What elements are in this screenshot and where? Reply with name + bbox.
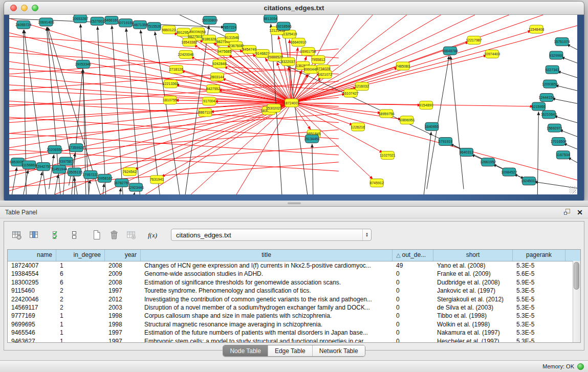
graph-node[interactable]: 15751074 xyxy=(554,38,570,46)
graph-node[interactable]: 10653287 xyxy=(72,15,88,23)
graph-node[interactable]: 1167534 xyxy=(556,151,570,159)
graph-node[interactable]: 15134451 xyxy=(304,135,320,143)
column-header-short[interactable]: short xyxy=(433,250,513,261)
tab-network-table[interactable]: Network Table xyxy=(312,345,365,356)
table-row[interactable]: 969969511998Structural magnetic resonanc… xyxy=(8,320,580,329)
cell-out_degree[interactable]: 0 xyxy=(393,337,433,343)
cell-title[interactable]: Tourette syndrome. Phenomenology and cla… xyxy=(141,287,393,295)
graph-node[interactable]: 16033809 xyxy=(202,16,217,25)
graph-node[interactable]: 7955812 xyxy=(311,55,325,63)
column-header-title[interactable]: title xyxy=(141,250,393,261)
graph-node[interactable]: 12093852 xyxy=(542,80,558,88)
cell-name[interactable]: 9465546 xyxy=(8,329,56,337)
table-scrollbar[interactable] xyxy=(573,261,580,342)
cell-out_degree[interactable]: 0 xyxy=(393,287,433,295)
cell-title[interactable]: Estimation of significance thresholds fo… xyxy=(141,278,393,287)
graph-node[interactable]: 7485083 xyxy=(396,62,410,70)
graph-node[interactable]: 1226216 xyxy=(351,123,365,131)
cell-name[interactable]: 14569117 xyxy=(8,303,56,312)
cell-short[interactable]: Stergiakouli et al. (2012) xyxy=(433,295,513,303)
cell-name[interactable]: 9699695 xyxy=(8,320,56,329)
scrollbar-thumb[interactable] xyxy=(574,262,579,290)
graph-node[interactable]: 2803144 xyxy=(210,73,224,81)
graph-node[interactable]: 11156863 xyxy=(21,161,37,169)
graph-edge[interactable] xyxy=(80,24,89,194)
cell-short[interactable]: Wolkin et al. (1998) xyxy=(433,320,513,329)
graph-node[interactable]: 22420046 xyxy=(178,51,194,59)
cell-in_degree[interactable]: 1 xyxy=(56,312,105,320)
cell-year[interactable]: 2003 xyxy=(105,303,141,312)
cell-title[interactable]: Embryonic stem cells: a model to study s… xyxy=(141,337,393,343)
zoom-window-button[interactable] xyxy=(32,5,38,11)
graph-edge[interactable] xyxy=(563,143,577,151)
graph-node[interactable]: 8990448 xyxy=(304,65,318,74)
delete-columns-icon[interactable] xyxy=(106,227,122,243)
graph-node[interactable]: 9860123 xyxy=(162,26,176,34)
cell-pagerank[interactable]: 5.3E-5 xyxy=(513,320,565,329)
cell-in_degree[interactable]: 6 xyxy=(56,270,105,278)
graph-node[interactable]: 14671355 xyxy=(132,20,148,29)
graph-edge[interactable] xyxy=(155,32,180,194)
cell-short[interactable]: Tibbo et al. (1998) xyxy=(433,312,513,320)
cell-pagerank[interactable]: 5.3E-5 xyxy=(513,287,565,295)
graph-edge[interactable] xyxy=(141,30,160,194)
table-row[interactable]: 946554611997Estimation of the future num… xyxy=(8,329,580,337)
cell-title[interactable]: Genome-wide association studies in ADHD. xyxy=(141,270,393,278)
graph-edge[interactable] xyxy=(537,112,538,194)
graph-node[interactable]: 6791919 xyxy=(439,138,452,146)
graph-node[interactable]: 16640910 xyxy=(290,38,306,46)
graph-edge[interactable] xyxy=(557,71,577,79)
cell-name[interactable]: 9115460 xyxy=(8,287,56,295)
graph-node[interactable]: 10958167 xyxy=(97,174,113,182)
cell-name[interactable]: 18724007 xyxy=(8,261,56,270)
graph-node[interactable]: 7857224 xyxy=(223,24,236,32)
graph-node[interactable]: 24055724 xyxy=(15,20,31,29)
memory-status[interactable]: Memory: OK xyxy=(542,363,584,370)
show-columns-icon[interactable] xyxy=(27,227,42,243)
cell-year[interactable]: 2012 xyxy=(105,295,141,303)
cell-year[interactable]: 1998 xyxy=(105,312,141,320)
cell-pagerank[interactable]: 5.3E-5 xyxy=(513,337,565,343)
cell-name[interactable]: 22420046 xyxy=(8,295,56,303)
cell-in_degree[interactable]: 1 xyxy=(56,329,105,337)
table-row[interactable]: 2242004622012Investigating the contribut… xyxy=(8,295,580,303)
cell-pagerank[interactable]: 5.3E-5 xyxy=(513,312,565,320)
graph-node[interactable]: 15302021 xyxy=(266,104,282,112)
table-row[interactable]: 1830029562008Estimation of significance … xyxy=(8,278,580,287)
graph-node[interactable]: 10974403 xyxy=(484,50,500,58)
graph-edge[interactable] xyxy=(555,85,577,92)
cell-title[interactable]: Investigating the contribution of common… xyxy=(141,295,393,303)
table-row[interactable]: 911546021997Tourette syndrome. Phenomeno… xyxy=(8,287,580,295)
cell-pagerank[interactable]: 5.6E-5 xyxy=(513,270,565,278)
graph-node[interactable]: 13505135 xyxy=(67,168,82,176)
graph-node[interactable]: 12942757 xyxy=(35,163,51,171)
cell-title[interactable]: Changes of HCN gene expression and I(f) … xyxy=(141,261,393,270)
table-select-dropdown[interactable]: citations_edges.txt ▲▼ xyxy=(171,229,372,241)
graph-node[interactable]: 1621072 xyxy=(318,70,332,78)
cell-title[interactable]: Structural magnetic resonance image aver… xyxy=(141,320,393,329)
graph-node[interactable]: 9329966 xyxy=(549,51,563,59)
graph-node[interactable]: 12213363 xyxy=(163,80,179,88)
cell-in_degree[interactable]: 1 xyxy=(56,337,105,343)
graph-node[interactable]: 8322037 xyxy=(281,57,295,65)
cell-out_degree[interactable]: 0 xyxy=(393,329,433,337)
graph-node[interactable]: 17359924 xyxy=(68,144,84,152)
graph-node[interactable]: 8186328 xyxy=(202,35,216,43)
graph-node[interactable]: 18959756 xyxy=(378,110,394,118)
cell-year[interactable]: 2008 xyxy=(105,278,141,287)
function-builder-icon[interactable]: f(x) xyxy=(146,227,162,243)
cell-year[interactable]: 1998 xyxy=(105,320,141,329)
close-window-button[interactable] xyxy=(10,5,17,11)
cell-pagerank[interactable]: 5.3E-5 xyxy=(513,303,565,312)
graph-node[interactable]: 9227343 xyxy=(546,65,559,74)
select-columns-icon[interactable] xyxy=(49,227,64,243)
graph-edge[interactable] xyxy=(55,174,58,194)
graph-node[interactable]: 8427552 xyxy=(206,85,220,93)
graph-node[interactable]: 15692971 xyxy=(547,124,562,132)
graph-node[interactable]: 10719155 xyxy=(118,19,134,27)
cell-in_degree[interactable]: 1 xyxy=(56,320,105,329)
cell-pagerank[interactable]: 5.3E-5 xyxy=(513,329,565,337)
cell-short[interactable]: Dudbridge et al. (2008) xyxy=(433,278,513,287)
graph-edge[interactable] xyxy=(38,171,42,194)
graph-node[interactable]: 18724007 xyxy=(284,99,299,107)
